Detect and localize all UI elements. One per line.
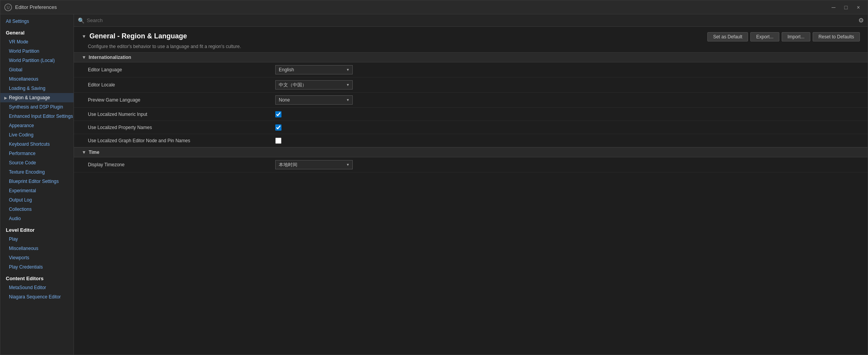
panel-subtitle: Configure the editor's behavior to use a…	[74, 43, 868, 52]
setting-use-localized-graph: Use Localized Graph Editor Node and Pin …	[74, 134, 868, 147]
sidebar-item-audio[interactable]: Audio	[0, 214, 74, 223]
sidebar-item-appearance[interactable]: Appearance	[0, 121, 74, 130]
panel-header-left: ▼ General - Region & Language	[82, 32, 187, 40]
sidebar-item-world-partition[interactable]: World Partition	[0, 47, 74, 56]
set-default-button[interactable]: Set as Default	[707, 32, 748, 41]
section-internationalization-label: Internationalization	[89, 55, 131, 60]
sidebar-item-label: Region & Language	[9, 95, 50, 100]
setting-preview-game-language: Preview Game Language None English Chine…	[74, 93, 868, 108]
panel-toolbar: Set as Default Export... Import... Reset…	[707, 32, 860, 41]
editor-language-select[interactable]: English Chinese French German Japanese K…	[275, 65, 353, 74]
sidebar-item-keyboard-shortcuts[interactable]: Keyboard Shortcuts	[0, 140, 74, 149]
display-timezone-select[interactable]: 本地时间 UTC GMT	[275, 160, 353, 169]
display-timezone-label: Display Timezone	[82, 162, 275, 167]
setting-editor-language: Editor Language English Chinese French G…	[74, 62, 868, 78]
titlebar: U Editor Preferences ─ □ ×	[0, 0, 868, 14]
sidebar-item-play[interactable]: Play	[0, 234, 74, 244]
panel-title: General - Region & Language	[89, 32, 187, 40]
sidebar-item-performance[interactable]: Performance	[0, 149, 74, 158]
section-time-header[interactable]: ▼ Time	[74, 147, 868, 157]
preview-game-language-label: Preview Game Language	[82, 97, 275, 103]
preview-game-language-select[interactable]: None English Chinese	[275, 95, 353, 105]
sidebar-item-texture-encoding[interactable]: Texture Encoding	[0, 167, 74, 177]
sidebar-item-viewports[interactable]: Viewports	[0, 253, 74, 262]
sidebar-item-output-log[interactable]: Output Log	[0, 195, 74, 205]
use-localized-numeric-checkbox[interactable]	[275, 111, 281, 117]
sidebar-item-vr-mode[interactable]: VR Mode	[0, 37, 74, 47]
display-timezone-control: 本地时间 UTC GMT	[275, 160, 860, 169]
sidebar-item-region-language[interactable]: ▶ Region & Language	[0, 93, 74, 102]
sidebar-all-settings[interactable]: All Settings	[0, 17, 74, 26]
search-input[interactable]	[87, 17, 856, 23]
editor-language-control: English Chinese French German Japanese K…	[275, 65, 860, 74]
search-settings-button[interactable]: ⚙	[858, 17, 864, 24]
main-content: All Settings General VR Mode World Parti…	[0, 14, 868, 355]
sidebar-item-miscellaneous[interactable]: Miscellaneous	[0, 74, 74, 84]
editor-language-dropdown-wrapper: English Chinese French German Japanese K…	[275, 65, 353, 74]
sidebar-item-collections[interactable]: Collections	[0, 205, 74, 214]
use-localized-graph-label: Use Localized Graph Editor Node and Pin …	[82, 138, 275, 143]
setting-editor-locale: Editor Locale 中文（中国） English (US) French…	[74, 78, 868, 93]
editor-language-label: Editor Language	[82, 67, 275, 72]
use-localized-property-label: Use Localized Property Names	[82, 125, 275, 130]
use-localized-property-control	[275, 124, 860, 131]
section-collapse-arrow: ▼	[82, 55, 86, 60]
use-localized-graph-control	[275, 138, 860, 144]
sidebar-section-content-editors: Content Editors	[0, 272, 74, 283]
sidebar-item-world-partition-local[interactable]: World Partition (Local)	[0, 56, 74, 65]
use-localized-property-checkbox[interactable]	[275, 124, 281, 131]
use-localized-numeric-control	[275, 111, 860, 117]
sidebar-item-synthesis-dsp[interactable]: Synthesis and DSP Plugin	[0, 102, 74, 112]
app-logo: U	[4, 3, 12, 11]
section-time-label: Time	[89, 150, 99, 155]
expand-icon: ▶	[4, 96, 7, 100]
editor-locale-select[interactable]: 中文（中国） English (US) French (France)	[275, 80, 353, 90]
panel-header: ▼ General - Region & Language Set as Def…	[74, 27, 868, 43]
close-button[interactable]: ×	[853, 3, 864, 12]
editor-preferences-window: U Editor Preferences ─ □ × All Settings …	[0, 0, 868, 355]
sidebar-item-enhanced-input[interactable]: Enhanced Input Editor Settings	[0, 112, 74, 121]
editor-locale-dropdown-wrapper: 中文（中国） English (US) French (France)	[275, 80, 353, 90]
editor-locale-control: 中文（中国） English (US) French (France)	[275, 80, 860, 90]
use-localized-graph-checkbox[interactable]	[275, 138, 281, 144]
sidebar-item-loading-saving[interactable]: Loading & Saving	[0, 84, 74, 93]
reset-button[interactable]: Reset to Defaults	[813, 32, 860, 41]
sidebar-item-level-miscellaneous[interactable]: Miscellaneous	[0, 244, 74, 253]
preview-game-language-control: None English Chinese	[275, 95, 860, 105]
maximize-button[interactable]: □	[841, 3, 851, 12]
window-title: Editor Preferences	[15, 4, 57, 10]
sidebar-item-play-credentials[interactable]: Play Credentials	[0, 262, 74, 272]
window-controls: ─ □ ×	[828, 3, 864, 12]
search-bar: 🔍 ⚙	[74, 14, 868, 27]
section-time-body: Display Timezone 本地时间 UTC GMT	[74, 157, 868, 172]
setting-use-localized-numeric: Use Localized Numeric Input	[74, 108, 868, 121]
import-button[interactable]: Import...	[782, 32, 810, 41]
search-icon: 🔍	[78, 17, 84, 24]
sidebar-item-global[interactable]: Global	[0, 65, 74, 74]
sidebar-item-metasound-editor[interactable]: MetaSound Editor	[0, 283, 74, 292]
export-button[interactable]: Export...	[750, 32, 779, 41]
sidebar-section-level-editor: Level Editor	[0, 223, 74, 234]
section-internationalization-header[interactable]: ▼ Internationalization	[74, 52, 868, 62]
sidebar-item-niagara-sequence-editor[interactable]: Niagara Sequence Editor	[0, 292, 74, 302]
section-time-collapse-arrow: ▼	[82, 150, 86, 155]
sidebar-section-general: General	[0, 26, 74, 37]
svg-text:U: U	[7, 5, 9, 10]
titlebar-left: U Editor Preferences	[4, 3, 57, 11]
sidebar-item-live-coding[interactable]: Live Coding	[0, 130, 74, 140]
main-panel: 🔍 ⚙ ▼ General - Region & Language Set as…	[74, 14, 868, 355]
setting-use-localized-property: Use Localized Property Names	[74, 121, 868, 134]
section-internationalization-body: Editor Language English Chinese French G…	[74, 62, 868, 147]
settings-panel: ▼ General - Region & Language Set as Def…	[74, 27, 868, 355]
sidebar-item-blueprint-editor[interactable]: Blueprint Editor Settings	[0, 177, 74, 186]
setting-display-timezone: Display Timezone 本地时间 UTC GMT	[74, 157, 868, 172]
sidebar-item-experimental[interactable]: Experimental	[0, 186, 74, 195]
editor-locale-label: Editor Locale	[82, 82, 275, 88]
sidebar-item-source-code[interactable]: Source Code	[0, 158, 74, 167]
minimize-button[interactable]: ─	[828, 3, 839, 12]
panel-collapse-arrow[interactable]: ▼	[82, 34, 86, 39]
use-localized-numeric-label: Use Localized Numeric Input	[82, 112, 275, 117]
sidebar: All Settings General VR Mode World Parti…	[0, 14, 74, 355]
display-timezone-dropdown-wrapper: 本地时间 UTC GMT	[275, 160, 353, 169]
preview-game-language-dropdown-wrapper: None English Chinese	[275, 95, 353, 105]
